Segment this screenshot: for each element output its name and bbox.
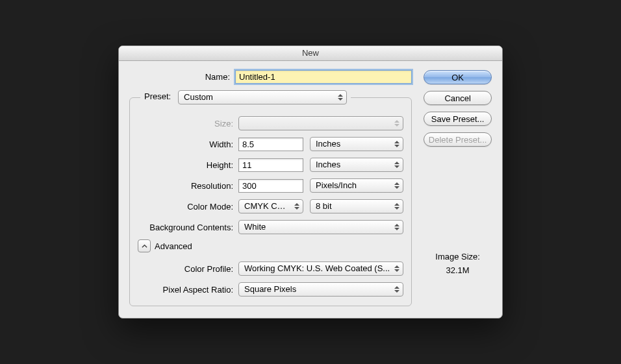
color-mode-label: Color Mode: bbox=[133, 202, 238, 212]
delete-preset-button: Delete Preset... bbox=[424, 132, 492, 147]
name-label: Name: bbox=[129, 72, 235, 82]
dialog-body: Name: Preset: Custom Size: bbox=[119, 61, 502, 318]
resolution-unit-value: Pixels/Inch bbox=[316, 180, 357, 190]
resolution-input[interactable] bbox=[238, 179, 303, 193]
advanced-label: Advanced bbox=[155, 241, 192, 251]
ok-button[interactable]: OK bbox=[424, 70, 492, 84]
chevron-updown-icon bbox=[393, 160, 400, 170]
chevron-up-icon bbox=[142, 243, 147, 249]
height-label: Height: bbox=[133, 160, 238, 170]
chevron-updown-icon bbox=[393, 222, 400, 232]
pixel-aspect-value: Square Pixels bbox=[244, 284, 296, 294]
preset-legend: Preset: Custom bbox=[140, 90, 351, 104]
chevron-updown-icon bbox=[393, 263, 400, 274]
actions-area: OK Cancel Save Preset... Delete Preset..… bbox=[424, 70, 492, 306]
chevron-updown-icon bbox=[393, 201, 400, 212]
width-label: Width: bbox=[133, 140, 238, 149]
size-select bbox=[238, 116, 403, 130]
image-size-readout: Image Size: 32.1M bbox=[424, 252, 492, 306]
height-unit-value: Inches bbox=[316, 160, 340, 169]
preset-label: Preset: bbox=[144, 91, 171, 101]
new-document-dialog: New Name: Preset: Custom Size: bbox=[118, 45, 503, 319]
size-label: Size: bbox=[133, 119, 238, 128]
bit-depth-select[interactable]: 8 bit bbox=[310, 199, 403, 213]
pixel-aspect-label: Pixel Aspect Ratio: bbox=[133, 285, 238, 295]
preset-select[interactable]: Custom bbox=[178, 90, 347, 104]
chevron-updown-icon bbox=[393, 284, 400, 295]
chevron-updown-icon bbox=[393, 180, 400, 191]
dialog-title: New bbox=[119, 46, 502, 61]
color-profile-value: Working CMYK: U.S. Web Coated (S... bbox=[244, 263, 390, 273]
chevron-updown-icon bbox=[393, 118, 400, 128]
width-unit-select[interactable]: Inches bbox=[310, 137, 403, 151]
save-preset-button[interactable]: Save Preset... bbox=[424, 112, 492, 126]
color-mode-select[interactable]: CMYK Color bbox=[238, 199, 303, 213]
height-input[interactable] bbox=[238, 158, 303, 172]
width-input[interactable] bbox=[238, 138, 303, 151]
resolution-label: Resolution: bbox=[133, 181, 238, 191]
image-size-label: Image Size: bbox=[424, 252, 492, 261]
color-mode-value: CMYK Color bbox=[244, 201, 291, 211]
color-profile-label: Color Profile: bbox=[133, 264, 238, 274]
name-input[interactable] bbox=[235, 70, 412, 84]
bit-depth-value: 8 bit bbox=[316, 201, 332, 211]
bg-contents-select[interactable]: White bbox=[238, 220, 403, 234]
width-unit-value: Inches bbox=[316, 139, 340, 149]
bg-contents-label: Background Contents: bbox=[133, 223, 238, 232]
pixel-aspect-select[interactable]: Square Pixels bbox=[238, 282, 403, 297]
resolution-unit-select[interactable]: Pixels/Inch bbox=[310, 178, 403, 193]
cancel-button[interactable]: Cancel bbox=[424, 91, 492, 105]
color-profile-select[interactable]: Working CMYK: U.S. Web Coated (S... bbox=[238, 261, 403, 276]
chevron-updown-icon bbox=[293, 201, 300, 212]
chevron-updown-icon bbox=[393, 139, 400, 149]
advanced-disclosure-button[interactable] bbox=[138, 239, 151, 252]
height-unit-select[interactable]: Inches bbox=[310, 158, 403, 172]
image-size-value: 32.1M bbox=[424, 265, 492, 275]
chevron-updown-icon bbox=[336, 92, 344, 103]
settings-area: Name: Preset: Custom Size: bbox=[129, 70, 412, 306]
preset-group: Preset: Custom Size: Width: bbox=[129, 90, 412, 306]
preset-value: Custom bbox=[184, 92, 213, 102]
bg-contents-value: White bbox=[244, 222, 266, 232]
